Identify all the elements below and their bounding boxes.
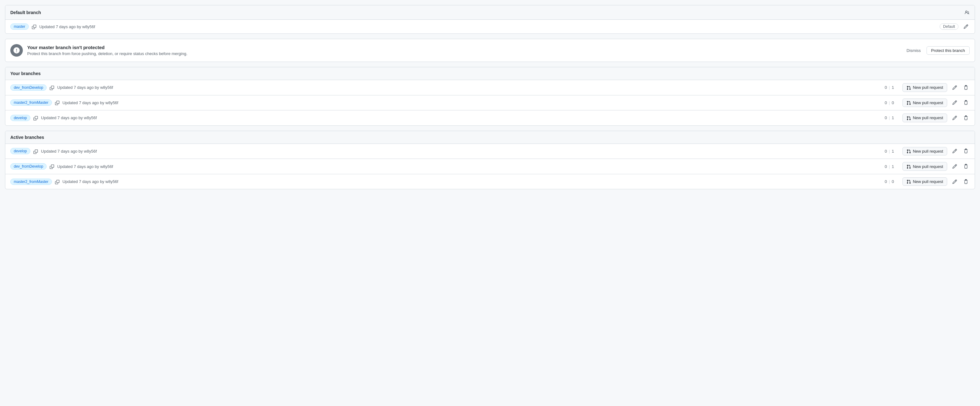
new-pr-label: New pull request bbox=[913, 164, 943, 169]
branch-meta: Updated 7 days ago by w8y56f bbox=[62, 179, 877, 184]
your-branches-list: dev_fromDevelop Updated 7 days ago by w8… bbox=[5, 80, 975, 126]
branch-actions: 0 | 0 New pull request bbox=[880, 99, 970, 107]
branch-tag[interactable]: develop bbox=[10, 115, 30, 121]
behind-count: 0 bbox=[883, 149, 889, 154]
copy-icon[interactable] bbox=[33, 148, 38, 154]
edit-branch-button[interactable] bbox=[951, 162, 958, 170]
branch-actions: 0 | 1 New pull request bbox=[880, 162, 970, 171]
new-pr-label: New pull request bbox=[913, 115, 943, 120]
ahead-count: 1 bbox=[890, 164, 896, 169]
protect-warning-icon bbox=[10, 44, 23, 57]
branch-row: dev_fromDevelop Updated 7 days ago by w8… bbox=[5, 159, 975, 174]
edit-branch-button[interactable] bbox=[951, 147, 958, 155]
protect-actions: Dismiss Protect this branch bbox=[904, 46, 970, 55]
edit-branch-button[interactable] bbox=[951, 84, 958, 91]
branch-meta: Updated 7 days ago by w8y56f bbox=[62, 100, 877, 105]
branch-meta: Updated 7 days ago by w8y56f bbox=[41, 115, 877, 120]
branch-actions: 0 | 1 New pull request bbox=[880, 113, 970, 122]
dismiss-button[interactable]: Dismiss bbox=[904, 46, 923, 54]
default-branch-tag[interactable]: master bbox=[10, 24, 29, 30]
edit-branch-button[interactable] bbox=[951, 178, 958, 185]
new-pr-label: New pull request bbox=[913, 85, 943, 90]
new-pull-request-button[interactable]: New pull request bbox=[902, 83, 947, 92]
active-branches-title: Active branches bbox=[10, 135, 44, 140]
your-branches-title: Your branches bbox=[10, 71, 41, 76]
copy-icon[interactable] bbox=[50, 85, 54, 90]
default-badge: Default bbox=[940, 24, 958, 30]
pr-icon bbox=[907, 179, 911, 184]
active-branches-header: Active branches bbox=[5, 131, 975, 144]
protection-warning: Your master branch isn't protected Prote… bbox=[5, 39, 975, 62]
pr-icon bbox=[907, 164, 911, 169]
pr-icon bbox=[907, 115, 911, 120]
new-pull-request-button[interactable]: New pull request bbox=[902, 177, 947, 186]
protect-text-block: Your master branch isn't protected Prote… bbox=[27, 45, 900, 56]
pr-icon bbox=[907, 85, 911, 90]
branch-counter: 0 | 0 bbox=[880, 179, 899, 184]
protect-warning-description: Protect this branch from force pushing, … bbox=[27, 51, 900, 56]
branch-counter: 0 | 1 bbox=[880, 164, 899, 169]
branch-meta: Updated 7 days ago by w8y56f bbox=[41, 149, 877, 154]
delete-branch-button[interactable] bbox=[962, 99, 970, 106]
new-pull-request-button[interactable]: New pull request bbox=[902, 99, 947, 107]
new-pr-label: New pull request bbox=[913, 179, 943, 184]
default-branch-right: Default bbox=[940, 23, 970, 30]
branch-counter: 0 | 1 bbox=[880, 85, 899, 90]
copy-icon[interactable] bbox=[55, 179, 59, 184]
branch-row: develop Updated 7 days ago by w8y56f 0 |… bbox=[5, 110, 975, 126]
pr-icon bbox=[907, 100, 911, 105]
new-pr-label: New pull request bbox=[913, 149, 943, 154]
branch-tag[interactable]: develop bbox=[10, 148, 30, 154]
edit-branch-button[interactable] bbox=[951, 114, 958, 122]
branch-meta: Updated 7 days ago by w8y56f bbox=[57, 85, 877, 90]
new-pull-request-button[interactable]: New pull request bbox=[902, 113, 947, 122]
ahead-count: 1 bbox=[890, 149, 896, 154]
behind-count: 0 bbox=[883, 100, 889, 105]
active-branches-list: develop Updated 7 days ago by w8y56f 0 |… bbox=[5, 144, 975, 189]
branch-meta: Updated 7 days ago by w8y56f bbox=[57, 164, 877, 169]
copy-icon[interactable] bbox=[55, 100, 59, 105]
delete-branch-button[interactable] bbox=[962, 162, 970, 170]
branch-tag[interactable]: master2_fromMaster bbox=[10, 178, 52, 185]
protect-warning-title: Your master branch isn't protected bbox=[27, 45, 900, 50]
delete-branch-button[interactable] bbox=[962, 178, 970, 185]
branch-row: master2_fromMaster Updated 7 days ago by… bbox=[5, 96, 975, 111]
new-pr-label: New pull request bbox=[913, 100, 943, 105]
branch-actions: 0 | 0 New pull request bbox=[880, 177, 970, 186]
delete-branch-button[interactable] bbox=[962, 114, 970, 122]
copy-icon[interactable] bbox=[33, 115, 38, 120]
default-branch-meta: Updated 7 days ago by w8y56f bbox=[40, 24, 937, 29]
branch-actions: 0 | 1 New pull request bbox=[880, 83, 970, 92]
behind-count: 0 bbox=[883, 179, 889, 184]
default-branch-row: master Updated 7 days ago by w8y56f Defa… bbox=[5, 20, 975, 33]
edit-default-branch-button[interactable] bbox=[962, 23, 970, 30]
branch-row: dev_fromDevelop Updated 7 days ago by w8… bbox=[5, 80, 975, 96]
branch-tag[interactable]: dev_fromDevelop bbox=[10, 163, 46, 170]
ahead-count: 0 bbox=[890, 100, 896, 105]
branch-counter: 0 | 0 bbox=[880, 100, 899, 105]
branch-actions: 0 | 1 New pull request bbox=[880, 147, 970, 156]
copy-icon[interactable] bbox=[50, 164, 54, 169]
copy-icon[interactable] bbox=[32, 24, 36, 29]
ahead-count: 1 bbox=[890, 85, 896, 90]
your-branches-header: Your branches bbox=[5, 67, 975, 80]
new-pull-request-button[interactable]: New pull request bbox=[902, 162, 947, 171]
protect-branch-button[interactable]: Protect this branch bbox=[926, 46, 970, 55]
branch-row: develop Updated 7 days ago by w8y56f 0 |… bbox=[5, 144, 975, 159]
delete-branch-button[interactable] bbox=[962, 84, 970, 91]
branch-tag[interactable]: dev_fromDevelop bbox=[10, 84, 46, 91]
default-branch-section: Default branch master Updated 7 days ago… bbox=[5, 5, 975, 34]
delete-branch-button[interactable] bbox=[962, 147, 970, 155]
edit-branch-button[interactable] bbox=[951, 99, 958, 106]
behind-count: 0 bbox=[883, 115, 889, 120]
switch-icon[interactable] bbox=[965, 9, 970, 16]
branch-tag[interactable]: master2_fromMaster bbox=[10, 99, 52, 106]
behind-count: 0 bbox=[883, 164, 889, 169]
behind-count: 0 bbox=[883, 85, 889, 90]
default-branch-header: Default branch bbox=[5, 5, 975, 20]
default-branch-title: Default branch bbox=[10, 10, 41, 15]
ahead-count: 1 bbox=[890, 115, 896, 120]
branch-row: master2_fromMaster Updated 7 days ago by… bbox=[5, 174, 975, 189]
new-pull-request-button[interactable]: New pull request bbox=[902, 147, 947, 156]
ahead-count: 0 bbox=[890, 179, 896, 184]
